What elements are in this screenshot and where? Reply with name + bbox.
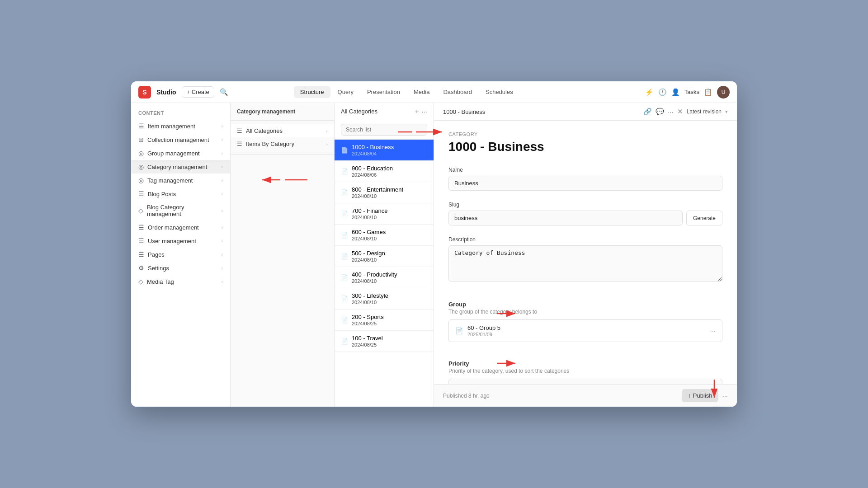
chevron-icon: › — [221, 191, 223, 197]
items-panel-header: All Categories + ··· — [335, 103, 434, 120]
sidebar-item-pages[interactable]: ☰ Pages › — [131, 248, 230, 261]
list-item[interactable]: 📄 400 - Productivity 2024/08/10 — [335, 267, 434, 288]
list-item[interactable]: 📄 600 - Games 2024/08/10 — [335, 225, 434, 246]
list-item-name: 600 - Games — [352, 229, 427, 235]
sidebar-item-label: Media Tag — [147, 278, 217, 285]
items-panel: All Categories + ··· 📄 1000 - Business 2… — [335, 103, 434, 407]
more-icon[interactable]: ··· — [668, 108, 674, 116]
create-button[interactable]: + Create — [182, 86, 214, 98]
item-mgmt-icon: ☰ — [138, 122, 144, 130]
tab-presentation[interactable]: Presentation — [361, 86, 406, 98]
list-item-info: 900 - Education 2024/08/06 — [352, 165, 427, 178]
search-input[interactable] — [341, 124, 427, 136]
footer-more-button[interactable]: ··· — [722, 392, 728, 399]
list-item-name: 700 - Finance — [352, 207, 427, 214]
group-mgmt-icon: ◎ — [138, 150, 144, 157]
link-icon[interactable]: 🔗 — [643, 108, 652, 116]
blog-posts-icon: ☰ — [138, 190, 144, 197]
comment-icon[interactable]: 💬 — [656, 108, 664, 116]
tab-query[interactable]: Query — [331, 86, 360, 98]
revision-chevron[interactable]: ▾ — [725, 109, 728, 115]
cat-nav-all-categories[interactable]: ☰ All Categories › — [231, 124, 334, 137]
slug-input-row: Generate — [448, 211, 722, 225]
sidebar-item-user-management[interactable]: ☰ User management › — [131, 234, 230, 248]
revision-selector[interactable]: Latest revision — [687, 108, 722, 115]
sidebar-item-order-management[interactable]: ☰ Order management › — [131, 221, 230, 234]
list-item-date: 2024/08/10 — [352, 193, 427, 199]
sidebar-item-media-tag[interactable]: ◇ Media Tag › — [131, 275, 230, 288]
list-item-date: 2024/08/10 — [352, 236, 427, 241]
list-item-info: 300 - Lifestyle 2024/08/10 — [352, 292, 427, 305]
list-item[interactable]: 📄 1000 - Business 2024/08/04 — [335, 140, 434, 161]
add-item-button[interactable]: + — [415, 108, 419, 115]
list-item-info: 500 - Design 2024/08/10 — [352, 250, 427, 263]
sidebar-item-label: Order management — [148, 224, 217, 231]
list-item-name: 1000 - Business — [352, 144, 427, 150]
tasks-icon[interactable]: 📋 — [704, 88, 712, 96]
order-mgmt-icon: ☰ — [138, 224, 144, 231]
group-item-more-button[interactable]: ··· — [710, 327, 716, 335]
search-icon[interactable]: 🔍 — [220, 88, 228, 96]
list-item[interactable]: 📄 100 - Travel 2024/08/25 — [335, 331, 434, 352]
category-mgmt-icon: ◎ — [138, 163, 144, 170]
detail-header-title: 1000 - Business — [443, 108, 640, 115]
sidebar-item-collection-management[interactable]: ⊞ Collection management › — [131, 133, 230, 146]
description-input[interactable]: Category of Business — [448, 245, 722, 282]
list-item-date: 2024/08/04 — [352, 151, 427, 156]
items-list: 📄 1000 - Business 2024/08/04 📄 900 - Edu… — [335, 140, 434, 407]
sidebar-item-group-management[interactable]: ◎ Group management › — [131, 146, 230, 160]
sidebar-item-tag-management[interactable]: ◎ Tag management › — [131, 174, 230, 187]
sidebar-item-blog-posts[interactable]: ☰ Blog Posts › — [131, 187, 230, 201]
sidebar-item-label: Blog Posts — [148, 191, 217, 197]
sidebar-item-item-management[interactable]: ☰ Item management › — [131, 119, 230, 133]
list-item[interactable]: 📄 500 - Design 2024/08/10 — [335, 246, 434, 267]
description-field-label: Description — [448, 236, 722, 243]
sidebar-item-label: Collection management — [147, 136, 217, 143]
chevron-icon: › — [221, 178, 223, 183]
generate-button[interactable]: Generate — [686, 211, 722, 225]
close-icon[interactable]: ✕ — [677, 108, 683, 116]
list-item[interactable]: 📄 700 - Finance 2024/08/10 — [335, 203, 434, 225]
avatar[interactable]: U — [717, 86, 730, 99]
tasks-button[interactable]: Tasks — [684, 89, 699, 95]
user-icon[interactable]: 👤 — [671, 88, 680, 96]
list-item-icon: 📄 — [341, 253, 348, 260]
sidebar-item-label: User management — [148, 238, 217, 244]
list-item-info: 700 - Finance 2024/08/10 — [352, 207, 427, 220]
priority-input[interactable] — [448, 379, 722, 384]
list-item-name: 400 - Productivity — [352, 271, 427, 278]
tab-structure[interactable]: Structure — [294, 86, 330, 98]
sidebar-section-label: Content — [131, 108, 230, 119]
sidebar-item-category-management[interactable]: ◎ Category management › — [131, 160, 230, 174]
tab-dashboard[interactable]: Dashboard — [437, 86, 478, 98]
tab-schedules[interactable]: Schedules — [479, 86, 519, 98]
list-item-name: 900 - Education — [352, 165, 427, 172]
sidebar-item-settings[interactable]: ⚙ Settings › — [131, 261, 230, 275]
list-item[interactable]: 📄 900 - Education 2024/08/06 — [335, 161, 434, 182]
chevron-icon: › — [221, 164, 223, 169]
slug-input[interactable] — [448, 211, 683, 225]
clock-icon[interactable]: 🕐 — [658, 88, 667, 96]
list-item[interactable]: 📄 300 - Lifestyle 2024/08/10 — [335, 288, 434, 310]
detail-content: Category 1000 - Business Name Slug Gener… — [434, 121, 737, 384]
group-section: Group The group of the category belongs … — [448, 301, 722, 342]
list-item-name: 200 - Sports — [352, 314, 427, 320]
name-field-group: Name — [448, 167, 722, 191]
cat-panel-nav: ☰ All Categories › ☰ Items By Category › — [231, 121, 334, 155]
items-panel-title: All Categories — [341, 108, 412, 115]
cat-nav-items-by-category[interactable]: ☰ Items By Category › — [231, 137, 334, 150]
list-item[interactable]: 📄 800 - Entertainment 2024/08/10 — [335, 182, 434, 203]
all-cat-icon: ☰ — [237, 127, 242, 134]
cat-panel-header: Category management — [231, 103, 334, 121]
sidebar-item-label: Settings — [148, 265, 217, 272]
lightning-icon[interactable]: ⚡ — [645, 88, 654, 96]
sidebar-item-label: Blog Category management — [147, 204, 217, 217]
items-more-button[interactable]: ··· — [421, 108, 427, 115]
tab-media[interactable]: Media — [407, 86, 436, 98]
publish-button[interactable]: ↑ Publish — [682, 389, 718, 402]
group-item-icon: 📄 — [455, 327, 463, 334]
sidebar-item-blog-category-management[interactable]: ◇ Blog Category management › — [131, 201, 230, 221]
name-input[interactable] — [448, 176, 722, 191]
blog-cat-icon: ◇ — [138, 207, 143, 214]
list-item[interactable]: 📄 200 - Sports 2024/08/25 — [335, 310, 434, 331]
